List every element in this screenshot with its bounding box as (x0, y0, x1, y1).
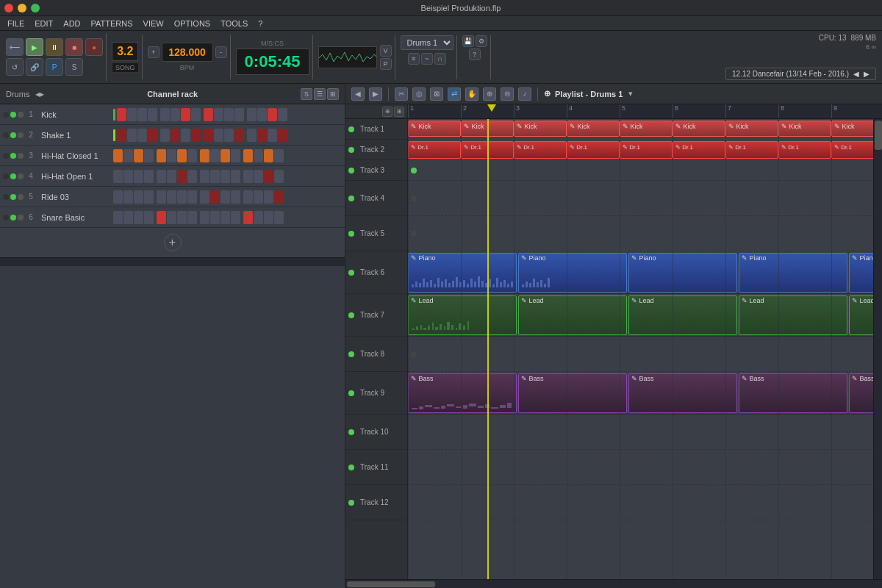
ch4-led2[interactable] (10, 173, 16, 179)
clip-piano-3[interactable]: ✎ Piano (628, 253, 737, 293)
clip-dr-8[interactable]: ✎ Dr.1 (778, 141, 831, 159)
timeline-snap-btn[interactable]: ⊞ (394, 107, 404, 117)
beat-btn[interactable] (113, 190, 123, 204)
beat-btn[interactable] (243, 170, 253, 183)
minimize-button[interactable] (18, 4, 26, 12)
ch5-led2[interactable] (10, 194, 16, 200)
master-pitch-button[interactable]: P (380, 58, 392, 70)
clip-lead-5[interactable]: ✎ Lead (849, 295, 873, 335)
beat-btn[interactable] (204, 129, 213, 142)
track10-dot[interactable] (348, 429, 354, 435)
pitch-up-button[interactable]: + (148, 46, 159, 58)
timeline-ruler[interactable]: 1234567891011121314151617 (408, 104, 882, 119)
beat-btn[interactable] (220, 211, 230, 224)
beat-btn[interactable] (171, 108, 180, 121)
playhead-marker[interactable] (487, 104, 496, 112)
clip-dr-2[interactable]: ✎ Dr.1 (461, 141, 514, 159)
beat-btn[interactable] (127, 108, 137, 121)
beat-btn[interactable] (134, 149, 143, 162)
clip-lead-2[interactable]: ✎ Lead (518, 295, 627, 335)
beat-btn[interactable] (274, 149, 284, 162)
ch2-name[interactable]: Shake 1 (38, 131, 112, 140)
pl-link-icon[interactable]: ⇌ (448, 87, 461, 101)
beat-btn[interactable] (148, 129, 157, 142)
track9-dot[interactable] (348, 390, 354, 396)
pl-snap-icon[interactable]: ⊠ (430, 87, 443, 101)
equalizer-icon[interactable]: ~ (421, 53, 433, 65)
beat-btn[interactable] (123, 170, 133, 183)
h-scrollbar-thumb[interactable] (347, 581, 435, 587)
beat-btn[interactable] (187, 149, 197, 162)
beat-btn[interactable] (167, 190, 176, 204)
clip-dr-7[interactable]: ✎ Dr.1 (725, 141, 778, 159)
beat-btn[interactable] (268, 108, 277, 121)
beat-btn[interactable] (123, 211, 133, 224)
clip-piano-1[interactable]: ✎ Piano (408, 253, 517, 293)
clip-lead-1[interactable]: ✎ Lead (408, 295, 517, 335)
beat-btn[interactable] (254, 190, 263, 204)
playlist-arrow-icon[interactable]: ▾ (628, 89, 633, 98)
beat-btn[interactable] (177, 170, 187, 183)
beat-btn[interactable] (257, 129, 267, 142)
rewind-button[interactable]: ⟵ (6, 38, 24, 56)
beat-btn[interactable] (144, 149, 154, 162)
menu-add[interactable]: ADD (59, 18, 85, 29)
track7-dot[interactable] (348, 312, 354, 318)
clip-bass-3[interactable]: ✎ Bass (628, 373, 737, 413)
ch1-vol[interactable] (113, 109, 115, 121)
menu-file[interactable]: FILE (3, 18, 29, 29)
ch2-led1[interactable] (3, 132, 9, 138)
clip-kick-7[interactable]: ✎ Kick (725, 121, 778, 137)
track4-dot[interactable] (348, 196, 354, 201)
drums-dropdown[interactable]: Drums 1 (401, 35, 453, 50)
pattern-button[interactable]: P (46, 58, 63, 76)
clip-kick-8[interactable]: ✎ Kick (778, 121, 831, 137)
beat-btn[interactable] (187, 170, 197, 183)
clip-kick-6[interactable]: ✎ Kick (673, 121, 725, 137)
settings-button[interactable]: ⚙ (476, 35, 487, 47)
song-button[interactable]: S (65, 58, 83, 76)
maximize-button[interactable] (31, 4, 40, 12)
track8-dot[interactable] (348, 351, 354, 357)
menu-options[interactable]: OPTIONS (170, 18, 215, 29)
beat-btn[interactable] (264, 190, 273, 204)
clip-kick-4[interactable]: ✎ Kick (567, 121, 620, 137)
ch3-led3[interactable] (18, 153, 24, 159)
beat-btn[interactable] (243, 190, 253, 204)
ch6-name[interactable]: Snare Basic (38, 213, 112, 222)
beat-btn[interactable] (191, 129, 201, 142)
ch1-led3[interactable] (18, 112, 24, 118)
track4-dot-right[interactable] (411, 196, 417, 201)
beat-btn[interactable] (113, 149, 123, 162)
beat-btn[interactable] (200, 170, 209, 183)
beat-btn[interactable] (278, 108, 287, 121)
clip-dr-5[interactable]: ✎ Dr.1 (620, 141, 673, 159)
pause-button[interactable]: ⏸ (46, 38, 63, 56)
beat-btn[interactable] (134, 190, 143, 204)
beat-btn[interactable] (200, 149, 209, 162)
menu-tools[interactable]: TOOLS (216, 18, 252, 29)
beat-btn[interactable] (127, 129, 137, 142)
beat-btn[interactable] (171, 129, 180, 142)
beat-btn[interactable] (157, 190, 166, 204)
record-button[interactable]: ● (85, 38, 103, 56)
beat-btn[interactable] (144, 190, 154, 204)
pl-more-icon[interactable]: ◀ (351, 87, 365, 101)
beat-btn[interactable] (134, 211, 143, 224)
channel-rack-scrollbar[interactable] (0, 257, 345, 266)
beat-btn[interactable] (220, 149, 230, 162)
beat-btn[interactable] (177, 190, 187, 204)
beat-btn[interactable] (243, 211, 253, 224)
track5-dot[interactable] (348, 231, 354, 237)
clip-kick-3[interactable]: ✎ Kick (514, 121, 567, 137)
pl-hand-icon[interactable]: ✋ (465, 87, 478, 101)
ch1-led1[interactable] (3, 112, 9, 118)
timeline-more-btn[interactable]: ⊕ (382, 107, 392, 117)
beat-btn[interactable] (177, 211, 187, 224)
v-scrollbar-thumb[interactable] (875, 121, 882, 150)
ch4-led3[interactable] (18, 173, 24, 179)
vertical-scrollbar[interactable] (873, 119, 882, 579)
beat-btn[interactable] (231, 170, 240, 183)
beat-btn[interactable] (191, 108, 201, 121)
beat-btn[interactable] (167, 170, 176, 183)
